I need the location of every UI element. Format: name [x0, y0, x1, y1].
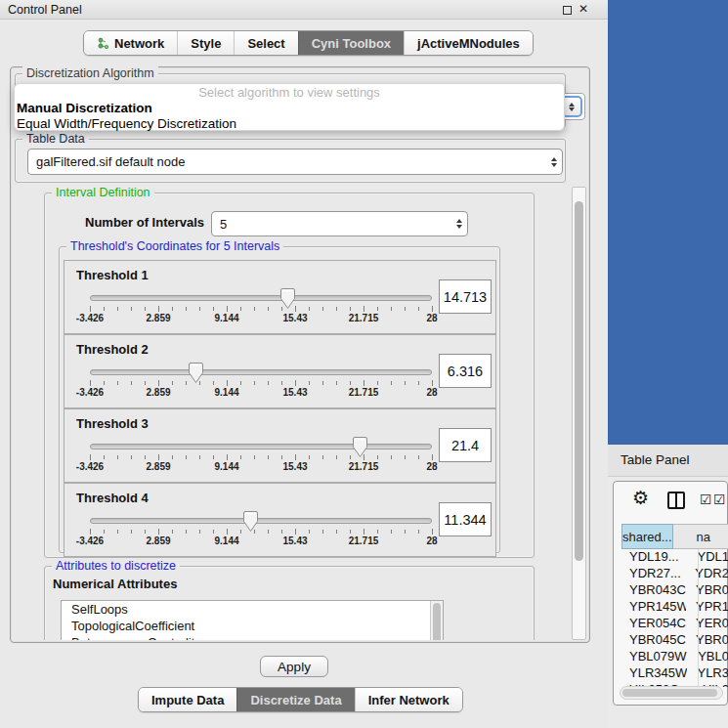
slider-track[interactable]: [90, 444, 432, 450]
column-header-shared-name[interactable]: shared...: [621, 524, 673, 549]
threshold-value-field[interactable]: 6.316: [439, 354, 492, 388]
cell-shared-name: YER054C: [621, 616, 686, 632]
table-row[interactable]: YLR345WYLR3: [621, 665, 728, 682]
tab-style[interactable]: Style: [177, 31, 234, 55]
tab-label: Discretize Data: [250, 693, 341, 707]
control-panel-titlebar: Control Panel ✕: [0, 0, 608, 20]
tick-mark: [405, 530, 406, 534]
control-panel-title: Control Panel: [8, 3, 82, 17]
combo-stepper[interactable]: [546, 157, 562, 167]
tab-discretize-data[interactable]: Discretize Data: [236, 688, 354, 711]
attribute-list-item[interactable]: BetweennessCentrality: [62, 634, 443, 640]
attributes-group: Attributes to discretize Numerical Attri…: [44, 566, 535, 640]
arrow-down-icon: [456, 225, 462, 229]
tab-infer-network[interactable]: Infer Network: [355, 688, 462, 711]
threshold-label: Threshold 1: [76, 268, 149, 282]
slider-thumb-glyph: [242, 510, 259, 533]
number-of-intervals-label: Number of Intervals: [85, 215, 204, 230]
slider-track[interactable]: [90, 295, 432, 301]
slider-thumb[interactable]: [279, 287, 296, 310]
number-of-intervals-combobox[interactable]: 5: [211, 211, 468, 236]
table-row[interactable]: YER054CYER0: [621, 616, 728, 632]
tick-mark: [268, 307, 269, 311]
table-horizontal-scrollbar[interactable]: [620, 686, 723, 700]
checkbox-checked-icon[interactable]: ☑: [713, 492, 726, 507]
tab-label: Cyni Toolbox: [312, 36, 391, 51]
checkbox-checked-icon[interactable]: ☑: [700, 492, 712, 507]
table-row[interactable]: YDL19...YDL1: [621, 549, 728, 566]
tick-mark: [418, 455, 419, 459]
threshold-value-field[interactable]: 21.4: [439, 428, 492, 462]
slider-thumb[interactable]: [188, 362, 204, 384]
gear-icon[interactable]: ⚙: [632, 487, 649, 508]
slider-thumb-glyph: [188, 362, 204, 384]
slider-thumb[interactable]: [242, 510, 259, 533]
network-desktop: GAL80GACGAL11GAL4GCY1HHAP2: [608, 0, 728, 445]
table-data-combobox[interactable]: galFiltered.sif default node: [27, 149, 563, 175]
scrollbar-thumb[interactable]: [575, 201, 583, 561]
table-row[interactable]: YBR043CYBR0: [621, 582, 728, 599]
column-header-name[interactable]: na: [673, 524, 728, 549]
tick-mark: [145, 455, 146, 459]
tick-label: 28: [426, 461, 437, 472]
tick-label: 21.715: [349, 535, 379, 546]
tab-cyni-toolbox[interactable]: Cyni Toolbox: [298, 31, 404, 55]
split-columns-icon[interactable]: [667, 492, 685, 509]
slider-track[interactable]: [90, 518, 432, 524]
attribute-items: SelfLoopsTopologicalCoefficientBetweenne…: [62, 601, 443, 640]
table-data-group: Table Data galFiltered.sif default node: [15, 139, 566, 183]
tick-label: 9.144: [214, 535, 238, 546]
threshold-row: Threshold 1-3.4262.8599.14415.4321.71528…: [64, 260, 496, 334]
attributes-scrollbar[interactable]: [430, 601, 443, 640]
interval-definition-group: Interval Definition Number of Intervals …: [44, 193, 535, 558]
scrollbar-thumb[interactable]: [433, 603, 441, 640]
attribute-list-item[interactable]: SelfLoops: [62, 601, 443, 618]
apply-button[interactable]: Apply: [260, 656, 328, 677]
tick-label: 9.144: [214, 313, 238, 323]
tab-network[interactable]: Network: [84, 31, 177, 55]
numerical-attributes-list[interactable]: SelfLoopsTopologicalCoefficientBetweenne…: [61, 600, 444, 640]
number-of-intervals-value: 5: [212, 217, 451, 232]
threshold-value-field[interactable]: 11.344: [439, 502, 492, 536]
tick-mark: [199, 455, 200, 459]
scrollbar-thumb[interactable]: [622, 689, 717, 697]
dropdown-option[interactable]: Manual Discretization: [17, 101, 152, 115]
cell-name: YDR2: [685, 566, 728, 582]
combo-stepper[interactable]: [451, 219, 467, 229]
slider-track[interactable]: [90, 369, 432, 375]
slider-thumb[interactable]: [352, 436, 368, 458]
screenshot-root: Control Panel ✕ NetworkStyleSelectCyni T…: [0, 0, 728, 728]
tab-impute-data[interactable]: Impute Data: [139, 688, 236, 711]
tab-label: jActiveMNodules: [417, 36, 520, 51]
tick-mark: [418, 530, 419, 534]
table-row[interactable]: YDR27...YDR2: [621, 566, 728, 582]
group-title-attributes: Attributes to discretize: [52, 559, 180, 573]
close-panel-icon[interactable]: ✕: [578, 2, 588, 16]
tick-mark: [145, 307, 146, 311]
float-window-icon[interactable]: [563, 6, 572, 15]
tab-jactivemnodules[interactable]: jActiveMNodules: [404, 31, 533, 55]
tick-mark: [186, 381, 187, 385]
tick-mark: [309, 381, 310, 385]
dropdown-option[interactable]: Equal Width/Frequency Discretization: [17, 116, 236, 131]
tick-label: 28: [426, 313, 437, 323]
tick-mark: [350, 530, 351, 534]
tick-label: 21.715: [349, 313, 379, 323]
tick-mark: [131, 381, 132, 385]
tick-label: 21.715: [349, 387, 379, 398]
settings-scrollbar[interactable]: [572, 187, 586, 640]
table-row[interactable]: YBL079WYBL0: [621, 649, 728, 665]
tick-mark: [90, 306, 91, 312]
tick-mark: [158, 454, 159, 460]
dropdown-hint: Select algorithm to view settings: [15, 85, 564, 100]
table-row[interactable]: YPR145WYPR1: [621, 599, 728, 616]
tick-mark: [104, 455, 105, 459]
tick-mark: [377, 381, 378, 385]
tick-mark: [131, 530, 132, 534]
threshold-value-field[interactable]: 14.713: [439, 279, 492, 314]
tab-select[interactable]: Select: [234, 31, 297, 55]
arrow-up-icon: [551, 157, 557, 161]
network-icon: [97, 37, 109, 50]
attribute-list-item[interactable]: TopologicalCoefficient: [62, 618, 443, 634]
table-row[interactable]: YBR045CYBR0: [621, 632, 728, 649]
